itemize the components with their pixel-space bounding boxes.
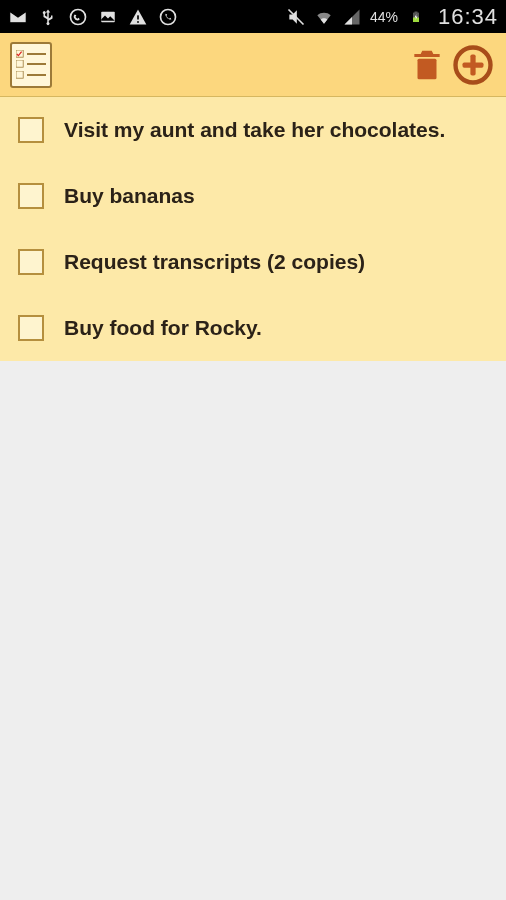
svg-rect-10 [16,60,23,67]
mail-icon [8,7,28,27]
todo-checkbox[interactable] [18,117,44,143]
warning-icon [128,7,148,27]
list-item[interactable]: Buy bananas [0,163,506,229]
status-clock: 16:34 [438,4,498,30]
svg-point-4 [161,9,176,24]
svg-rect-12 [418,58,437,79]
usb-icon [38,7,58,27]
todo-checkbox[interactable] [18,315,44,341]
list-item[interactable]: Request transcripts (2 copies) [0,229,506,295]
todo-checkbox[interactable] [18,249,44,275]
todo-text: Buy food for Rocky. [64,315,262,340]
android-status-bar: 44% 16:34 [0,0,506,33]
app-header [0,33,506,97]
list-item[interactable]: Buy food for Rocky. [0,295,506,361]
battery-charging-icon [406,7,426,27]
signal-icon [342,7,362,27]
svg-rect-2 [137,15,139,19]
wifi-icon [314,7,334,27]
phone-icon [158,7,178,27]
whatsapp-icon [68,7,88,27]
add-button[interactable] [450,42,496,88]
svg-rect-7 [414,11,417,13]
mute-icon [286,7,306,27]
todo-checkbox[interactable] [18,183,44,209]
delete-button[interactable] [404,42,450,88]
list-item[interactable]: Visit my aunt and take her chocolates. [0,97,506,163]
svg-rect-15 [463,62,484,67]
svg-rect-11 [16,71,23,78]
todo-text: Request transcripts (2 copies) [64,249,365,274]
app-logo-icon [10,42,52,88]
svg-point-0 [71,9,86,24]
image-icon [98,7,118,27]
svg-rect-3 [137,21,139,23]
status-left-icons [8,7,286,27]
todo-list: Visit my aunt and take her chocolates. B… [0,97,506,361]
battery-percentage: 44% [370,9,398,25]
status-right-icons: 44% 16:34 [286,4,498,30]
todo-text: Buy bananas [64,183,195,208]
todo-text: Visit my aunt and take her chocolates. [64,117,445,142]
